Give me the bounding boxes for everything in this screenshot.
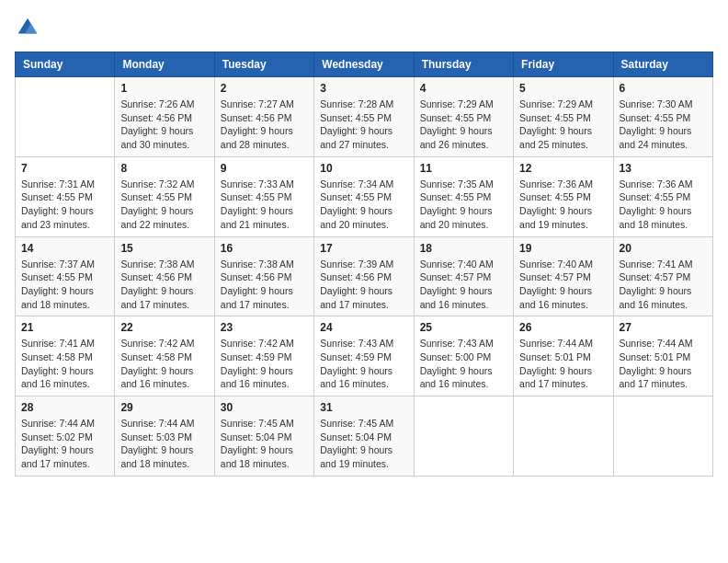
day-number: 24 <box>320 321 407 334</box>
day-info: Sunrise: 7:44 AM Sunset: 5:01 PM Dayligh… <box>519 337 607 391</box>
day-info: Sunrise: 7:45 AM Sunset: 5:04 PM Dayligh… <box>320 417 407 471</box>
calendar-cell: 1Sunrise: 7:26 AM Sunset: 4:56 PM Daylig… <box>115 77 214 157</box>
day-info: Sunrise: 7:28 AM Sunset: 4:55 PM Dayligh… <box>320 98 407 152</box>
calendar-cell <box>16 77 115 157</box>
day-number: 18 <box>420 242 507 255</box>
day-number: 1 <box>120 82 208 95</box>
calendar-cell <box>514 396 613 477</box>
calendar-table: SundayMondayTuesdayWednesdayThursdayFrid… <box>15 52 713 477</box>
day-number: 29 <box>120 401 208 414</box>
calendar-cell: 3Sunrise: 7:28 AM Sunset: 4:55 PM Daylig… <box>314 77 414 157</box>
day-number: 23 <box>221 321 308 334</box>
day-info: Sunrise: 7:44 AM Sunset: 5:02 PM Dayligh… <box>21 417 108 471</box>
calendar-week-row: 21Sunrise: 7:41 AM Sunset: 4:58 PM Dayli… <box>16 316 713 396</box>
calendar-body: 1Sunrise: 7:26 AM Sunset: 4:56 PM Daylig… <box>16 77 713 477</box>
logo-icon <box>15 15 40 40</box>
day-number: 9 <box>221 162 308 175</box>
weekday-header: Saturday <box>613 52 712 77</box>
day-number: 22 <box>120 321 208 334</box>
calendar-week-row: 28Sunrise: 7:44 AM Sunset: 5:02 PM Dayli… <box>16 396 713 477</box>
day-info: Sunrise: 7:38 AM Sunset: 4:56 PM Dayligh… <box>221 258 308 312</box>
day-info: Sunrise: 7:30 AM Sunset: 4:55 PM Dayligh… <box>620 98 707 152</box>
calendar-cell: 19Sunrise: 7:40 AM Sunset: 4:57 PM Dayli… <box>514 236 613 316</box>
day-number: 2 <box>221 82 308 95</box>
day-info: Sunrise: 7:26 AM Sunset: 4:56 PM Dayligh… <box>120 98 208 152</box>
calendar-cell: 2Sunrise: 7:27 AM Sunset: 4:56 PM Daylig… <box>214 77 313 157</box>
calendar-cell: 9Sunrise: 7:33 AM Sunset: 4:55 PM Daylig… <box>214 156 313 236</box>
weekday-row: SundayMondayTuesdayWednesdayThursdayFrid… <box>16 52 713 77</box>
day-info: Sunrise: 7:41 AM Sunset: 4:58 PM Dayligh… <box>21 337 108 391</box>
day-info: Sunrise: 7:45 AM Sunset: 5:04 PM Dayligh… <box>221 417 308 471</box>
calendar-cell: 31Sunrise: 7:45 AM Sunset: 5:04 PM Dayli… <box>314 396 414 477</box>
weekday-header: Tuesday <box>214 52 313 77</box>
day-info: Sunrise: 7:43 AM Sunset: 4:59 PM Dayligh… <box>320 337 407 391</box>
page-header <box>15 15 713 40</box>
day-info: Sunrise: 7:40 AM Sunset: 4:57 PM Dayligh… <box>519 258 607 312</box>
calendar-week-row: 14Sunrise: 7:37 AM Sunset: 4:55 PM Dayli… <box>16 236 713 316</box>
day-number: 6 <box>620 82 707 95</box>
day-info: Sunrise: 7:44 AM Sunset: 5:03 PM Dayligh… <box>120 417 208 471</box>
weekday-header: Wednesday <box>314 52 414 77</box>
weekday-header: Friday <box>514 52 613 77</box>
day-number: 17 <box>320 242 407 255</box>
calendar-cell: 12Sunrise: 7:36 AM Sunset: 4:55 PM Dayli… <box>514 156 613 236</box>
day-number: 5 <box>519 82 607 95</box>
calendar-cell: 13Sunrise: 7:36 AM Sunset: 4:55 PM Dayli… <box>613 156 712 236</box>
calendar-cell: 8Sunrise: 7:32 AM Sunset: 4:55 PM Daylig… <box>115 156 214 236</box>
day-number: 27 <box>620 321 707 334</box>
calendar-cell: 20Sunrise: 7:41 AM Sunset: 4:57 PM Dayli… <box>613 236 712 316</box>
logo <box>15 15 44 40</box>
day-info: Sunrise: 7:40 AM Sunset: 4:57 PM Dayligh… <box>420 258 507 312</box>
day-number: 25 <box>420 321 507 334</box>
calendar-cell: 17Sunrise: 7:39 AM Sunset: 4:56 PM Dayli… <box>314 236 414 316</box>
day-info: Sunrise: 7:31 AM Sunset: 4:55 PM Dayligh… <box>21 178 108 232</box>
calendar-cell: 11Sunrise: 7:35 AM Sunset: 4:55 PM Dayli… <box>414 156 513 236</box>
calendar-cell: 10Sunrise: 7:34 AM Sunset: 4:55 PM Dayli… <box>314 156 414 236</box>
day-number: 28 <box>21 401 108 414</box>
weekday-header: Thursday <box>414 52 513 77</box>
weekday-header: Sunday <box>16 52 115 77</box>
calendar-cell: 5Sunrise: 7:29 AM Sunset: 4:55 PM Daylig… <box>514 77 613 157</box>
day-info: Sunrise: 7:39 AM Sunset: 4:56 PM Dayligh… <box>320 258 407 312</box>
calendar-cell: 28Sunrise: 7:44 AM Sunset: 5:02 PM Dayli… <box>16 396 115 477</box>
day-info: Sunrise: 7:33 AM Sunset: 4:55 PM Dayligh… <box>221 178 308 232</box>
day-number: 30 <box>221 401 308 414</box>
day-number: 31 <box>320 401 407 414</box>
day-info: Sunrise: 7:41 AM Sunset: 4:57 PM Dayligh… <box>620 258 707 312</box>
day-number: 19 <box>519 242 607 255</box>
day-number: 26 <box>519 321 607 334</box>
calendar-week-row: 1Sunrise: 7:26 AM Sunset: 4:56 PM Daylig… <box>16 77 713 157</box>
calendar-cell: 4Sunrise: 7:29 AM Sunset: 4:55 PM Daylig… <box>414 77 513 157</box>
day-number: 20 <box>620 242 707 255</box>
calendar-cell: 26Sunrise: 7:44 AM Sunset: 5:01 PM Dayli… <box>514 316 613 396</box>
day-number: 7 <box>21 162 108 175</box>
day-info: Sunrise: 7:32 AM Sunset: 4:55 PM Dayligh… <box>120 178 208 232</box>
day-info: Sunrise: 7:29 AM Sunset: 4:55 PM Dayligh… <box>519 98 607 152</box>
calendar-cell: 30Sunrise: 7:45 AM Sunset: 5:04 PM Dayli… <box>214 396 313 477</box>
day-info: Sunrise: 7:38 AM Sunset: 4:56 PM Dayligh… <box>120 258 208 312</box>
day-info: Sunrise: 7:35 AM Sunset: 4:55 PM Dayligh… <box>420 178 507 232</box>
day-number: 4 <box>420 82 507 95</box>
calendar-cell: 22Sunrise: 7:42 AM Sunset: 4:58 PM Dayli… <box>115 316 214 396</box>
day-number: 16 <box>221 242 308 255</box>
day-number: 15 <box>120 242 208 255</box>
day-info: Sunrise: 7:34 AM Sunset: 4:55 PM Dayligh… <box>320 178 407 232</box>
day-number: 3 <box>320 82 407 95</box>
calendar-cell: 15Sunrise: 7:38 AM Sunset: 4:56 PM Dayli… <box>115 236 214 316</box>
day-info: Sunrise: 7:42 AM Sunset: 4:58 PM Dayligh… <box>120 337 208 391</box>
day-info: Sunrise: 7:37 AM Sunset: 4:55 PM Dayligh… <box>21 258 108 312</box>
calendar-cell: 27Sunrise: 7:44 AM Sunset: 5:01 PM Dayli… <box>613 316 712 396</box>
weekday-header: Monday <box>115 52 214 77</box>
calendar-cell: 6Sunrise: 7:30 AM Sunset: 4:55 PM Daylig… <box>613 77 712 157</box>
day-info: Sunrise: 7:36 AM Sunset: 4:55 PM Dayligh… <box>620 178 707 232</box>
day-number: 21 <box>21 321 108 334</box>
day-number: 12 <box>519 162 607 175</box>
calendar-cell: 7Sunrise: 7:31 AM Sunset: 4:55 PM Daylig… <box>16 156 115 236</box>
calendar-cell: 25Sunrise: 7:43 AM Sunset: 5:00 PM Dayli… <box>414 316 513 396</box>
calendar-cell: 18Sunrise: 7:40 AM Sunset: 4:57 PM Dayli… <box>414 236 513 316</box>
day-number: 13 <box>620 162 707 175</box>
calendar-cell <box>414 396 513 477</box>
day-info: Sunrise: 7:42 AM Sunset: 4:59 PM Dayligh… <box>221 337 308 391</box>
day-info: Sunrise: 7:36 AM Sunset: 4:55 PM Dayligh… <box>519 178 607 232</box>
calendar-cell: 21Sunrise: 7:41 AM Sunset: 4:58 PM Dayli… <box>16 316 115 396</box>
